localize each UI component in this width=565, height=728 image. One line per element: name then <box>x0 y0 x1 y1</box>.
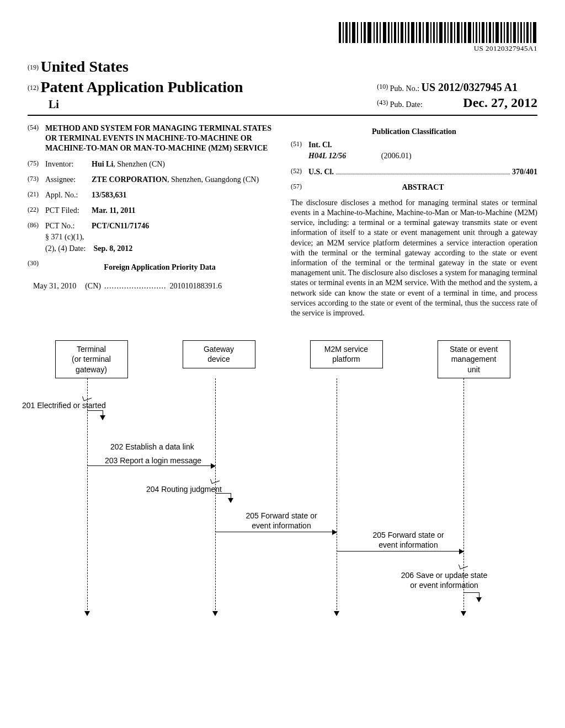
uscl-dots <box>336 167 510 174</box>
svg-rect-46 <box>504 22 505 43</box>
svg-rect-41 <box>486 22 487 43</box>
s371-date: Sep. 8, 2012 <box>93 244 132 253</box>
svg-rect-31 <box>450 22 452 43</box>
svg-rect-51 <box>520 22 522 43</box>
svg-rect-30 <box>447 22 449 43</box>
code-21: (21) <box>28 190 45 200</box>
svg-rect-22 <box>419 22 421 43</box>
diagram-box-gateway-l2: device <box>189 354 249 364</box>
code-43: (43) <box>377 99 388 106</box>
appl-number: 13/583,631 <box>92 191 126 199</box>
svg-rect-14 <box>391 22 392 43</box>
svg-rect-37 <box>473 22 474 43</box>
step-205a-l2: event information <box>252 521 311 530</box>
s371-line1: § 371 (c)(1), <box>45 232 92 242</box>
step-202: 202 Establish a data link <box>110 442 194 452</box>
diagram-box-stateunit-l3: unit <box>444 365 504 374</box>
svg-rect-32 <box>454 22 455 43</box>
svg-rect-12 <box>383 22 386 43</box>
svg-rect-50 <box>518 22 519 43</box>
pubdate-label: Pub. Date: <box>390 100 423 109</box>
svg-rect-40 <box>482 22 484 43</box>
pubdate-value: Dec. 27, 2012 <box>463 95 537 110</box>
diagram-box-stateunit-l1: State or event <box>444 344 504 354</box>
figure-sequence-diagram: Terminal (or terminal gateway) Gateway d… <box>28 340 537 615</box>
inventor-label: Inventor: <box>45 159 92 169</box>
code-19: (19) <box>28 63 39 71</box>
foreign-country: (CN) <box>85 281 101 291</box>
svg-rect-36 <box>468 22 471 43</box>
pct-number: PCT/CN11/71746 <box>92 222 149 230</box>
code-86: (86) <box>28 221 45 231</box>
step-204: 204 Routing judgment <box>146 484 222 494</box>
step-205a: 205 Forward state or event information <box>232 511 331 531</box>
svg-rect-44 <box>495 22 499 43</box>
svg-rect-48 <box>510 22 511 43</box>
code-52: (52) <box>291 167 308 177</box>
diagram-box-m2m: M2M service platform <box>310 340 383 368</box>
code-75: (75) <box>28 159 45 169</box>
diagram-box-terminal-l1: Terminal <box>61 344 122 354</box>
svg-rect-43 <box>493 22 494 43</box>
svg-rect-2 <box>345 22 348 43</box>
diagram-box-gateway: Gateway device <box>183 340 255 368</box>
svg-rect-23 <box>423 22 424 43</box>
svg-rect-34 <box>461 22 462 43</box>
step-206: 206 Save or update state or event inform… <box>375 570 513 590</box>
arrow-206 <box>463 592 479 602</box>
code-30: (30) <box>28 259 45 276</box>
svg-rect-24 <box>426 22 429 43</box>
svg-rect-9 <box>374 22 375 43</box>
code-10: (10) <box>377 83 388 90</box>
pubno-label: Pub. No.: <box>390 84 419 93</box>
svg-rect-25 <box>430 22 431 43</box>
svg-rect-27 <box>436 22 438 43</box>
barcode-block: US 20120327945A1 <box>28 22 537 53</box>
code-22: (22) <box>28 206 45 216</box>
assignee-name: ZTE CORPORATION <box>92 175 167 184</box>
code-54: (54) <box>28 124 45 154</box>
tick-204 <box>210 476 220 484</box>
arrow-205b <box>337 551 463 552</box>
svg-rect-21 <box>416 22 417 43</box>
foreign-dots: ......................... <box>104 281 167 291</box>
svg-rect-5 <box>357 22 358 43</box>
pubclass-header: Publication Classification <box>291 127 537 137</box>
arrow-205a <box>215 532 337 532</box>
lifeline-end-terminal <box>84 611 90 616</box>
pct-no-label: PCT No.: <box>45 221 92 231</box>
inventor-location: , Shenzhen (CN) <box>113 160 165 168</box>
svg-rect-18 <box>405 22 406 43</box>
svg-rect-7 <box>364 22 366 43</box>
biblio-columns: (54) METHOD AND SYSTEM FOR MANAGING TERM… <box>28 124 537 318</box>
lifeline-end-m2m <box>334 611 339 616</box>
intcl-year: (2006.01) <box>381 152 412 160</box>
code-51: (51) <box>291 140 308 150</box>
svg-rect-45 <box>500 22 502 43</box>
appl-label: Appl. No.: <box>45 190 92 200</box>
right-column: Publication Classification (51) Int. Cl.… <box>291 124 537 318</box>
svg-rect-47 <box>507 22 509 43</box>
svg-rect-49 <box>513 22 516 43</box>
step-205b-l1: 205 Forward state or <box>372 531 444 539</box>
svg-rect-29 <box>444 22 446 43</box>
svg-rect-0 <box>339 22 341 43</box>
svg-rect-16 <box>398 22 399 43</box>
pct-filed-label: PCT Filed: <box>45 206 92 216</box>
svg-rect-17 <box>401 22 403 43</box>
assignee-label: Assignee: <box>45 175 92 185</box>
svg-rect-53 <box>526 22 529 43</box>
invention-title: METHOD AND SYSTEM FOR MANAGING TERMINAL … <box>45 124 274 154</box>
code-12: (12) <box>28 84 39 92</box>
step-203: 203 Report a login message <box>105 456 201 465</box>
step-205b: 205 Forward state or event information <box>353 530 463 550</box>
inventor-name: Hui Li <box>92 160 113 168</box>
svg-rect-8 <box>367 22 371 43</box>
step-205a-l1: 205 Forward state or <box>246 511 317 520</box>
arrow-203 <box>87 465 215 466</box>
svg-rect-55 <box>533 22 536 43</box>
left-column: (54) METHOD AND SYSTEM FOR MANAGING TERM… <box>28 124 274 318</box>
header-rule <box>28 115 537 116</box>
svg-rect-4 <box>352 22 355 43</box>
svg-rect-10 <box>376 22 378 43</box>
